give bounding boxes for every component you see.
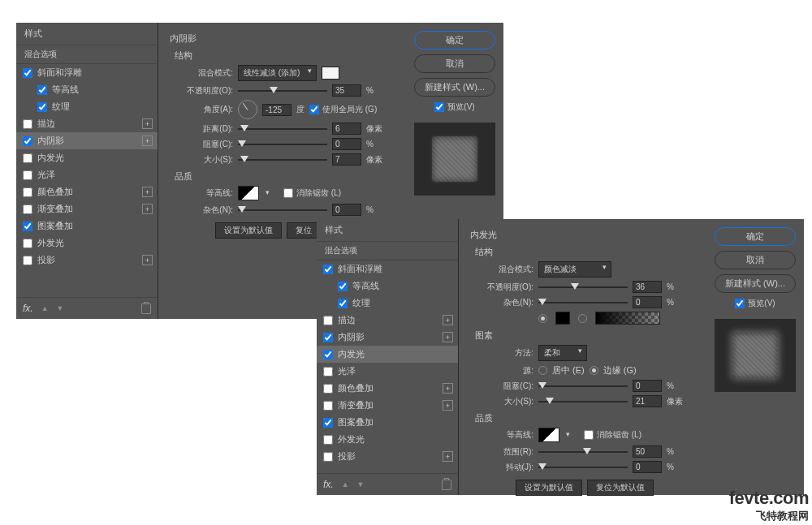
blend-mode-select[interactable]: 线性减淡 (添加) bbox=[238, 65, 317, 81]
jitter-input[interactable] bbox=[633, 461, 662, 473]
blend-options-header[interactable]: 混合选项 bbox=[317, 242, 458, 260]
distance-slider[interactable] bbox=[238, 124, 327, 134]
style-item[interactable]: 图案叠加 bbox=[317, 414, 458, 431]
style-checkbox[interactable] bbox=[338, 299, 348, 308]
style-checkbox[interactable] bbox=[23, 187, 32, 197]
style-checkbox[interactable] bbox=[23, 68, 32, 78]
style-item[interactable]: 斜面和浮雕 bbox=[16, 64, 158, 81]
style-checkbox[interactable] bbox=[23, 170, 32, 180]
choke-input[interactable] bbox=[332, 138, 361, 150]
style-checkbox[interactable] bbox=[23, 119, 32, 129]
reset-button[interactable]: 复位 bbox=[287, 222, 321, 239]
center-radio[interactable] bbox=[538, 366, 547, 375]
style-item[interactable]: 内阴影+ bbox=[317, 329, 458, 346]
style-item[interactable]: 图案叠加 bbox=[16, 217, 158, 235]
style-item[interactable]: 描边+ bbox=[317, 312, 458, 329]
opacity-input[interactable] bbox=[633, 281, 662, 293]
style-checkbox[interactable] bbox=[323, 367, 333, 377]
new-style-button[interactable]: 新建样式 (W)... bbox=[715, 274, 796, 293]
style-item[interactable]: 渐变叠加+ bbox=[16, 200, 158, 217]
size-slider[interactable] bbox=[538, 397, 628, 407]
fx-label[interactable]: fx. bbox=[23, 303, 33, 314]
style-item[interactable]: 光泽 bbox=[317, 363, 458, 380]
contour-picker[interactable] bbox=[538, 428, 559, 442]
shadow-color-swatch[interactable] bbox=[322, 67, 339, 80]
trash-icon[interactable] bbox=[442, 480, 451, 490]
style-item[interactable]: 内阴影+ bbox=[16, 132, 158, 149]
fx-label[interactable]: fx. bbox=[323, 479, 334, 490]
style-item[interactable]: 纹理 bbox=[16, 98, 158, 115]
style-item[interactable]: 投影+ bbox=[317, 448, 458, 465]
add-effect-icon[interactable]: + bbox=[142, 136, 153, 146]
antialias-checkbox[interactable]: 消除锯齿 (L) bbox=[283, 187, 341, 199]
opacity-input[interactable] bbox=[332, 84, 361, 97]
style-checkbox[interactable] bbox=[323, 384, 333, 394]
style-checkbox[interactable] bbox=[323, 316, 333, 325]
range-slider[interactable] bbox=[538, 447, 628, 457]
size-input[interactable] bbox=[633, 395, 662, 407]
preview-checkbox[interactable]: 预览(V) bbox=[434, 101, 474, 113]
ok-button[interactable]: 确定 bbox=[414, 31, 495, 49]
choke-slider[interactable] bbox=[538, 381, 628, 391]
style-checkbox[interactable] bbox=[323, 435, 333, 445]
style-checkbox[interactable] bbox=[23, 222, 32, 231]
style-item[interactable]: 渐变叠加+ bbox=[317, 397, 458, 414]
blend-options-header[interactable]: 混合选项 bbox=[16, 45, 158, 64]
add-effect-icon[interactable]: + bbox=[443, 332, 453, 342]
style-item[interactable]: 颜色叠加+ bbox=[16, 183, 158, 200]
up-arrow-icon[interactable]: ▲ bbox=[342, 480, 349, 488]
global-light-checkbox[interactable]: 使用全局光 (G) bbox=[309, 104, 377, 115]
edge-radio[interactable] bbox=[590, 366, 598, 375]
add-effect-icon[interactable]: + bbox=[443, 383, 453, 394]
noise-input[interactable] bbox=[633, 296, 662, 308]
range-input[interactable] bbox=[633, 445, 662, 458]
add-effect-icon[interactable]: + bbox=[142, 118, 153, 129]
size-input[interactable] bbox=[332, 153, 361, 166]
style-item[interactable]: 内发光 bbox=[317, 346, 458, 363]
style-checkbox[interactable] bbox=[23, 136, 32, 146]
preview-checkbox[interactable]: 预览(V) bbox=[735, 298, 775, 309]
style-checkbox[interactable] bbox=[323, 418, 333, 428]
angle-input[interactable] bbox=[262, 104, 292, 116]
distance-input[interactable] bbox=[332, 123, 361, 135]
cancel-button[interactable]: 取消 bbox=[414, 54, 495, 73]
style-item[interactable]: 光泽 bbox=[16, 166, 158, 183]
noise-slider[interactable] bbox=[538, 298, 628, 308]
add-effect-icon[interactable]: + bbox=[443, 315, 453, 325]
style-item[interactable]: 纹理 bbox=[317, 295, 458, 312]
down-arrow-icon[interactable]: ▼ bbox=[57, 304, 64, 312]
trash-icon[interactable] bbox=[141, 303, 151, 314]
add-effect-icon[interactable]: + bbox=[443, 451, 453, 462]
style-checkbox[interactable] bbox=[338, 282, 348, 291]
style-checkbox[interactable] bbox=[23, 204, 32, 214]
antialias-checkbox[interactable]: 消除锯齿 (L) bbox=[584, 429, 641, 441]
style-item[interactable]: 等高线 bbox=[317, 278, 458, 295]
style-checkbox[interactable] bbox=[323, 333, 333, 342]
make-default-button[interactable]: 设置为默认值 bbox=[215, 222, 282, 239]
add-effect-icon[interactable]: + bbox=[443, 400, 453, 411]
blend-mode-select[interactable]: 颜色减淡 bbox=[538, 261, 611, 278]
gradient-radio[interactable] bbox=[578, 314, 587, 323]
solid-color-radio[interactable] bbox=[538, 314, 547, 323]
new-style-button[interactable]: 新建样式 (W)... bbox=[414, 78, 495, 97]
make-default-button[interactable]: 设置为默认值 bbox=[516, 480, 582, 496]
opacity-slider[interactable] bbox=[238, 86, 327, 96]
style-checkbox[interactable] bbox=[323, 350, 333, 359]
style-checkbox[interactable] bbox=[323, 401, 333, 411]
jitter-slider[interactable] bbox=[538, 463, 628, 472]
contour-picker[interactable] bbox=[238, 186, 259, 200]
style-item[interactable]: 投影+ bbox=[16, 252, 158, 269]
gradient-picker[interactable] bbox=[595, 312, 660, 325]
noise-slider[interactable] bbox=[238, 205, 327, 215]
choke-input[interactable] bbox=[633, 380, 662, 392]
style-checkbox[interactable] bbox=[23, 256, 32, 265]
style-checkbox[interactable] bbox=[23, 153, 32, 163]
add-effect-icon[interactable]: + bbox=[142, 204, 153, 214]
style-item[interactable]: 外发光 bbox=[16, 235, 158, 252]
style-item[interactable]: 颜色叠加+ bbox=[317, 380, 458, 397]
style-item[interactable]: 等高线 bbox=[16, 81, 158, 98]
style-item[interactable]: 内发光 bbox=[16, 149, 158, 166]
ok-button[interactable]: 确定 bbox=[715, 227, 796, 246]
method-select[interactable]: 柔和 bbox=[538, 345, 587, 361]
style-checkbox[interactable] bbox=[323, 452, 333, 462]
